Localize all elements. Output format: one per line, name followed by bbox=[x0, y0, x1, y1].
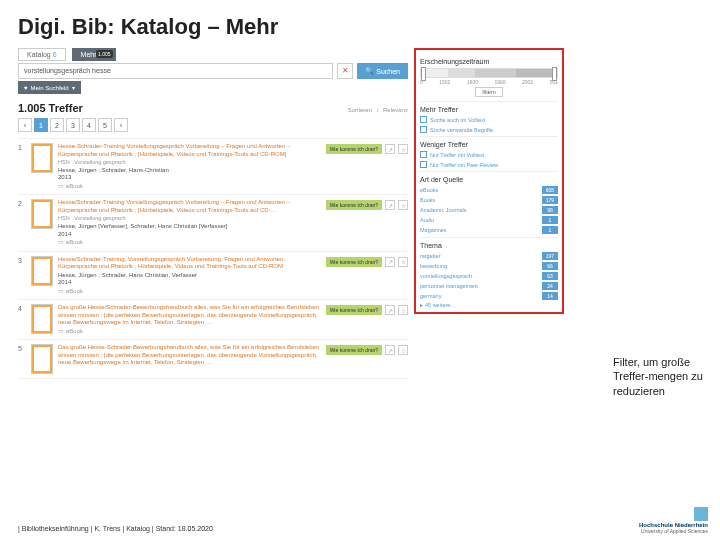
facet-label: Academic Journals bbox=[420, 207, 466, 213]
result-title[interactable]: Das große Hesse/Schrader-Bewerbungshandb… bbox=[58, 304, 321, 327]
check-verwandte[interactable]: Suche verwandte Begriffe bbox=[420, 126, 558, 133]
result-row: 2Hesse/Schrader-Training Vorstellungsges… bbox=[18, 195, 408, 251]
slide-footer: | Bibliothekseinführung | K. Trens | Kat… bbox=[18, 525, 213, 532]
check-nur-volltext[interactable]: Nur Treffer mit Volltext bbox=[420, 151, 558, 158]
sort-icon: ↕ bbox=[376, 107, 379, 113]
facet-label: bewerbung bbox=[420, 263, 447, 269]
results-panel: Katalog 6 Mehr1.005 vorstellungsgespräch… bbox=[18, 48, 408, 379]
bookmark-icon[interactable]: ☆ bbox=[398, 144, 408, 154]
search-button[interactable]: 🔍Suchen bbox=[357, 63, 408, 79]
facet-label: Books bbox=[420, 197, 435, 203]
facet-row[interactable]: Academic Journals98 bbox=[420, 206, 558, 214]
thema-more[interactable]: ▸45 weitere… bbox=[420, 302, 558, 308]
facet-label: Magazines bbox=[420, 227, 447, 233]
timeline-handle-right[interactable] bbox=[552, 67, 557, 81]
filter-zeitraum-head: Erscheinungszeitraum bbox=[420, 58, 558, 65]
page-4[interactable]: 4 bbox=[82, 118, 96, 132]
result-row: 3Hesse/Schrader-Training, Vorstellungsge… bbox=[18, 252, 408, 301]
result-title[interactable]: Hesse-Schrader-Training Vorstellungsgesp… bbox=[58, 143, 321, 158]
tab-katalog[interactable]: Katalog 6 bbox=[18, 48, 66, 61]
heart-icon: ♥ bbox=[24, 85, 28, 91]
clear-button[interactable]: ✕ bbox=[337, 63, 353, 79]
result-title[interactable]: Hesse/Schrader-Training Vorstellungsgesp… bbox=[58, 199, 321, 214]
result-author: Hesse, Jürgen ; Schrader, Hans-Christian bbox=[58, 167, 321, 175]
filter-quelle-head: Art der Quelle bbox=[420, 176, 558, 183]
result-type: ▭ eBook bbox=[58, 183, 321, 191]
availability-badge[interactable]: Wie komme ich dran? bbox=[326, 305, 382, 315]
open-icon[interactable]: ↗ bbox=[385, 144, 395, 154]
facet-count: 1 bbox=[542, 226, 558, 234]
open-icon[interactable]: ↗ bbox=[385, 345, 395, 355]
facet-row[interactable]: Magazines1 bbox=[420, 226, 558, 234]
results-list: 1Hesse-Schrader-Training Vorstellungsges… bbox=[18, 138, 408, 379]
result-title[interactable]: Hesse/Schrader-Training, Vorstellungsges… bbox=[58, 256, 321, 271]
facet-row[interactable]: personnel management24 bbox=[420, 282, 558, 290]
open-icon[interactable]: ↗ bbox=[385, 200, 395, 210]
tab-katalog-count: 6 bbox=[53, 51, 57, 58]
result-subtitle: HSN : Vorstellung gesprach bbox=[58, 159, 321, 166]
facet-row[interactable]: ratgeber197 bbox=[420, 252, 558, 260]
result-author: Hesse, Jürgen [Verfasser], Schrader, Han… bbox=[58, 223, 321, 231]
timeline-filter[interactable]: 0 1502 1900 1960 2002 501 filtern bbox=[420, 68, 558, 97]
availability-badge[interactable]: Wie komme ich dran? bbox=[326, 345, 382, 355]
result-row: 1Hesse-Schrader-Training Vorstellungsges… bbox=[18, 139, 408, 195]
logo: Hochschule Niederrhein University of App… bbox=[639, 507, 708, 534]
result-author: Hesse, Jürgen ; Schrader, Hans Christian… bbox=[58, 272, 321, 280]
availability-badge[interactable]: Wie komme ich dran? bbox=[326, 200, 382, 210]
result-year: 2013 bbox=[58, 174, 321, 182]
page-prev[interactable]: ‹ bbox=[18, 118, 32, 132]
book-icon: ▭ bbox=[58, 183, 64, 191]
logo-icon bbox=[694, 507, 708, 521]
facet-row[interactable]: vorstellungsgesprach63 bbox=[420, 272, 558, 280]
facet-row[interactable]: eBooks608 bbox=[420, 186, 558, 194]
facet-row[interactable]: Audio1 bbox=[420, 216, 558, 224]
result-thumb[interactable] bbox=[31, 199, 53, 229]
bookmark-icon[interactable]: ☆ bbox=[398, 257, 408, 267]
search-input[interactable]: vorstellungsgespräch hesse bbox=[18, 63, 333, 79]
facet-row[interactable]: bewerbung66 bbox=[420, 262, 558, 270]
sort-control[interactable]: Sortieren ↕ Relevanz bbox=[348, 107, 408, 113]
timeline-handle-left[interactable] bbox=[421, 67, 426, 81]
page-5[interactable]: 5 bbox=[98, 118, 112, 132]
filter-weniger-head: Weniger Treffer bbox=[420, 141, 558, 148]
filter-thema-head: Thema bbox=[420, 242, 558, 249]
result-number: 3 bbox=[18, 256, 26, 296]
result-year: 2014 bbox=[58, 231, 321, 239]
page-2[interactable]: 2 bbox=[50, 118, 64, 132]
result-title[interactable]: Das große Hesse-Schrader-Bewerbungshandb… bbox=[58, 344, 321, 367]
result-number: 1 bbox=[18, 143, 26, 190]
page-next[interactable]: › bbox=[114, 118, 128, 132]
plus-icon: ▸ bbox=[420, 302, 423, 308]
open-icon[interactable]: ↗ bbox=[385, 305, 395, 315]
availability-badge[interactable]: Wie komme ich dran? bbox=[326, 257, 382, 267]
slide-annotation: Filter, um große Treffer-mengen zu reduz… bbox=[613, 355, 708, 398]
bookmark-icon[interactable]: ☆ bbox=[398, 200, 408, 210]
result-row: 5Das große Hesse-Schrader-Bewerbungshand… bbox=[18, 340, 408, 379]
check-peer-review[interactable]: Nur Treffer mit Peer-Review bbox=[420, 161, 558, 168]
check-volltext[interactable]: Suche auch im Volltext bbox=[420, 116, 558, 123]
page-1[interactable]: 1 bbox=[34, 118, 48, 132]
result-thumb[interactable] bbox=[31, 344, 53, 374]
result-thumb[interactable] bbox=[31, 143, 53, 173]
timeline-filter-button[interactable]: filtern bbox=[475, 87, 502, 97]
facet-row[interactable]: germany14 bbox=[420, 292, 558, 300]
facet-row[interactable]: Books179 bbox=[420, 196, 558, 204]
pager: ‹ 1 2 3 4 5 › bbox=[18, 118, 408, 132]
bookmark-icon[interactable]: ☆ bbox=[398, 345, 408, 355]
result-count: 1.005 Treffer bbox=[18, 102, 83, 114]
tab-mehr[interactable]: Mehr1.005 bbox=[72, 48, 116, 61]
result-thumb[interactable] bbox=[31, 304, 53, 334]
page-title: Digi. Bib: Katalog – Mehr bbox=[18, 14, 702, 40]
open-icon[interactable]: ↗ bbox=[385, 257, 395, 267]
my-search-field-button[interactable]: ♥Mein Suchfeld▾ bbox=[18, 81, 81, 94]
timeline-labels: 0 1502 1900 1960 2002 501 bbox=[420, 79, 558, 85]
result-subtitle: HSN : Vorstellung gesprach bbox=[58, 215, 321, 222]
facet-count: 63 bbox=[542, 272, 558, 280]
result-type: ▭ eBook bbox=[58, 288, 321, 296]
result-thumb[interactable] bbox=[31, 256, 53, 286]
bookmark-icon[interactable]: ☆ bbox=[398, 305, 408, 315]
page-3[interactable]: 3 bbox=[66, 118, 80, 132]
availability-badge[interactable]: Wie komme ich dran? bbox=[326, 144, 382, 154]
facet-label: Audio bbox=[420, 217, 434, 223]
filter-panel: Erscheinungszeitraum 0 1502 1900 1960 20… bbox=[414, 48, 564, 314]
